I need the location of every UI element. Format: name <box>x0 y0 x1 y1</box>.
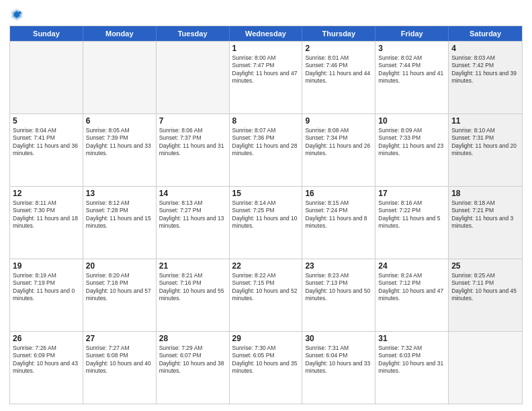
calendar-cell: 15Sunrise: 8:14 AM Sunset: 7:25 PM Dayli… <box>230 187 303 259</box>
calendar-cell: 17Sunrise: 8:16 AM Sunset: 7:22 PM Dayli… <box>375 187 449 259</box>
day-number: 28 <box>159 334 226 343</box>
cell-info: Sunrise: 8:21 AM Sunset: 7:16 PM Dayligh… <box>159 272 226 303</box>
day-number: 25 <box>451 261 519 271</box>
calendar-cell: 1Sunrise: 8:00 AM Sunset: 7:47 PM Daylig… <box>230 42 303 113</box>
cell-info: Sunrise: 8:16 AM Sunset: 7:22 PM Dayligh… <box>378 199 445 230</box>
weekday-header: Monday <box>83 26 157 41</box>
calendar-cell <box>157 42 230 113</box>
calendar-cell: 24Sunrise: 8:24 AM Sunset: 7:12 PM Dayli… <box>375 259 449 331</box>
day-number: 30 <box>305 334 372 343</box>
cell-info: Sunrise: 7:32 AM Sunset: 6:03 PM Dayligh… <box>378 345 445 375</box>
day-number: 2 <box>305 44 372 53</box>
cell-info: Sunrise: 7:27 AM Sunset: 6:08 PM Dayligh… <box>86 345 153 375</box>
day-number: 27 <box>86 334 153 343</box>
calendar-cell <box>449 332 522 404</box>
cell-info: Sunrise: 8:19 AM Sunset: 7:19 PM Dayligh… <box>13 272 80 303</box>
cell-info: Sunrise: 8:03 AM Sunset: 7:42 PM Dayligh… <box>451 54 519 85</box>
cell-info: Sunrise: 8:08 AM Sunset: 7:34 PM Dayligh… <box>305 127 372 158</box>
weekday-header: Friday <box>375 26 449 41</box>
cell-info: Sunrise: 8:14 AM Sunset: 7:25 PM Dayligh… <box>232 199 300 230</box>
day-number: 8 <box>232 116 300 126</box>
cell-info: Sunrise: 8:00 AM Sunset: 7:47 PM Dayligh… <box>232 54 300 85</box>
calendar-body: 1Sunrise: 8:00 AM Sunset: 7:47 PM Daylig… <box>10 41 522 404</box>
calendar-cell: 30Sunrise: 7:31 AM Sunset: 6:04 PM Dayli… <box>302 332 375 404</box>
cell-info: Sunrise: 8:15 AM Sunset: 7:24 PM Dayligh… <box>305 199 372 230</box>
weekday-header: Thursday <box>302 26 375 41</box>
cell-info: Sunrise: 8:10 AM Sunset: 7:31 PM Dayligh… <box>451 127 519 158</box>
weekday-header: Saturday <box>449 26 522 41</box>
calendar-cell: 25Sunrise: 8:25 AM Sunset: 7:11 PM Dayli… <box>449 259 522 331</box>
calendar-cell: 8Sunrise: 8:07 AM Sunset: 7:36 PM Daylig… <box>230 114 303 186</box>
calendar-cell: 4Sunrise: 8:03 AM Sunset: 7:42 PM Daylig… <box>449 42 522 113</box>
day-number: 22 <box>232 261 300 271</box>
calendar-cell <box>10 42 83 113</box>
calendar-cell: 10Sunrise: 8:09 AM Sunset: 7:33 PM Dayli… <box>375 114 449 186</box>
day-number: 17 <box>378 189 445 198</box>
svg-rect-4 <box>16 12 19 13</box>
cell-info: Sunrise: 8:05 AM Sunset: 7:39 PM Dayligh… <box>86 127 153 158</box>
cell-info: Sunrise: 8:07 AM Sunset: 7:36 PM Dayligh… <box>232 127 300 158</box>
weekday-header: Sunday <box>10 26 83 41</box>
calendar-cell: 28Sunrise: 7:29 AM Sunset: 6:07 PM Dayli… <box>157 332 230 404</box>
calendar-cell: 16Sunrise: 8:15 AM Sunset: 7:24 PM Dayli… <box>302 187 375 259</box>
calendar-cell: 18Sunrise: 8:18 AM Sunset: 7:21 PM Dayli… <box>449 187 522 259</box>
calendar-cell: 3Sunrise: 8:02 AM Sunset: 7:44 PM Daylig… <box>375 42 449 113</box>
calendar-cell: 6Sunrise: 8:05 AM Sunset: 7:39 PM Daylig… <box>83 114 157 186</box>
day-number: 5 <box>13 116 80 126</box>
calendar-cell: 29Sunrise: 7:30 AM Sunset: 6:05 PM Dayli… <box>230 332 303 404</box>
calendar-cell: 19Sunrise: 8:19 AM Sunset: 7:19 PM Dayli… <box>10 259 83 331</box>
day-number: 4 <box>451 44 519 53</box>
day-number: 7 <box>159 116 226 126</box>
calendar-cell <box>83 42 157 113</box>
cell-info: Sunrise: 7:30 AM Sunset: 6:05 PM Dayligh… <box>232 345 300 375</box>
calendar-row: 5Sunrise: 8:04 AM Sunset: 7:41 PM Daylig… <box>10 113 522 186</box>
calendar-row: 19Sunrise: 8:19 AM Sunset: 7:19 PM Dayli… <box>10 259 522 331</box>
cell-info: Sunrise: 8:04 AM Sunset: 7:41 PM Dayligh… <box>13 127 80 158</box>
calendar-row: 1Sunrise: 8:00 AM Sunset: 7:47 PM Daylig… <box>10 41 522 113</box>
cell-info: Sunrise: 7:26 AM Sunset: 6:09 PM Dayligh… <box>13 345 80 375</box>
day-number: 15 <box>232 189 300 198</box>
calendar-cell: 23Sunrise: 8:23 AM Sunset: 7:13 PM Dayli… <box>302 259 375 331</box>
cell-info: Sunrise: 7:29 AM Sunset: 6:07 PM Dayligh… <box>159 345 226 375</box>
calendar-cell: 27Sunrise: 7:27 AM Sunset: 6:08 PM Dayli… <box>83 332 157 404</box>
cell-info: Sunrise: 7:31 AM Sunset: 6:04 PM Dayligh… <box>305 345 372 375</box>
calendar-cell: 13Sunrise: 8:12 AM Sunset: 7:28 PM Dayli… <box>83 187 157 259</box>
calendar-cell: 2Sunrise: 8:01 AM Sunset: 7:46 PM Daylig… <box>302 42 375 113</box>
cell-info: Sunrise: 8:13 AM Sunset: 7:27 PM Dayligh… <box>159 199 226 230</box>
cell-info: Sunrise: 8:25 AM Sunset: 7:11 PM Dayligh… <box>451 272 519 303</box>
day-number: 13 <box>86 189 153 198</box>
day-number: 19 <box>13 261 80 271</box>
weekday-header: Wednesday <box>230 26 303 41</box>
calendar-row: 12Sunrise: 8:11 AM Sunset: 7:30 PM Dayli… <box>10 186 522 259</box>
cell-info: Sunrise: 8:11 AM Sunset: 7:30 PM Dayligh… <box>13 199 80 230</box>
cell-info: Sunrise: 8:24 AM Sunset: 7:12 PM Dayligh… <box>378 272 445 303</box>
weekday-header: Tuesday <box>157 26 230 41</box>
cell-info: Sunrise: 8:09 AM Sunset: 7:33 PM Dayligh… <box>378 127 445 158</box>
day-number: 20 <box>86 261 153 271</box>
calendar-cell: 22Sunrise: 8:22 AM Sunset: 7:15 PM Dayli… <box>230 259 303 331</box>
cell-info: Sunrise: 8:02 AM Sunset: 7:44 PM Dayligh… <box>378 54 445 85</box>
calendar-cell: 31Sunrise: 7:32 AM Sunset: 6:03 PM Dayli… <box>375 332 449 404</box>
day-number: 16 <box>305 189 372 198</box>
logo <box>9 7 27 21</box>
page: SundayMondayTuesdayWednesdayThursdayFrid… <box>0 0 532 411</box>
day-number: 21 <box>159 261 226 271</box>
calendar-cell: 7Sunrise: 8:06 AM Sunset: 7:37 PM Daylig… <box>157 114 230 186</box>
day-number: 12 <box>13 189 80 198</box>
calendar-cell: 26Sunrise: 7:26 AM Sunset: 6:09 PM Dayli… <box>10 332 83 404</box>
cell-info: Sunrise: 8:20 AM Sunset: 7:18 PM Dayligh… <box>86 272 153 303</box>
day-number: 29 <box>232 334 300 343</box>
calendar: SundayMondayTuesdayWednesdayThursdayFrid… <box>9 26 523 404</box>
header <box>9 7 523 21</box>
cell-info: Sunrise: 8:18 AM Sunset: 7:21 PM Dayligh… <box>451 199 519 230</box>
day-number: 9 <box>305 116 372 126</box>
calendar-cell: 20Sunrise: 8:20 AM Sunset: 7:18 PM Dayli… <box>83 259 157 331</box>
calendar-header: SundayMondayTuesdayWednesdayThursdayFrid… <box>10 26 522 41</box>
day-number: 14 <box>159 189 226 198</box>
cell-info: Sunrise: 8:22 AM Sunset: 7:15 PM Dayligh… <box>232 272 300 303</box>
day-number: 3 <box>378 44 445 53</box>
day-number: 26 <box>13 334 80 343</box>
day-number: 18 <box>451 189 519 198</box>
day-number: 10 <box>378 116 445 126</box>
day-number: 23 <box>305 261 372 271</box>
